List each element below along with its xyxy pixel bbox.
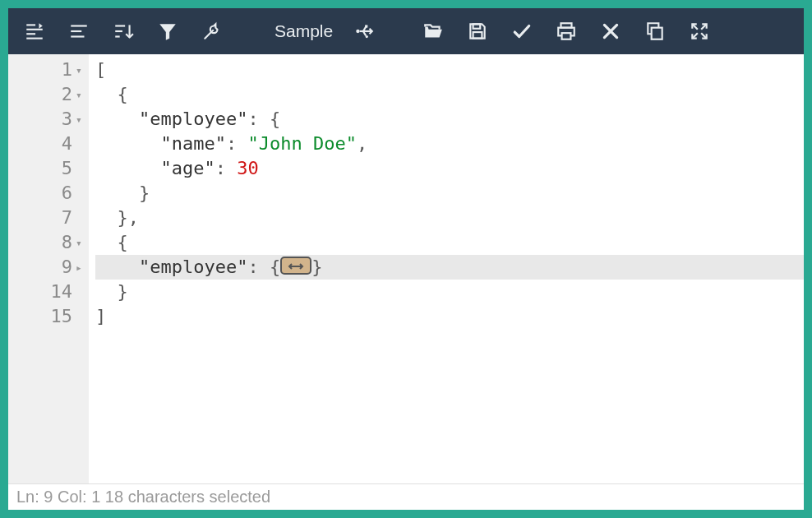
sample-label[interactable]: Sample	[261, 21, 339, 41]
svg-rect-15	[365, 25, 367, 27]
copy-icon[interactable]	[635, 12, 675, 51]
expand-icon[interactable]	[680, 12, 719, 51]
align-left-icon[interactable]	[59, 12, 99, 51]
fold-toggle[interactable]	[74, 157, 84, 182]
code-line[interactable]: "age": 30	[95, 156, 804, 181]
code-line[interactable]: ]	[95, 304, 804, 329]
line-number[interactable]: 7	[8, 206, 89, 230]
check-icon[interactable]	[502, 12, 542, 51]
svg-point-17	[366, 35, 368, 38]
code-line[interactable]: {	[95, 82, 804, 107]
line-number[interactable]: 3▾	[8, 107, 89, 132]
print-icon[interactable]	[547, 12, 586, 51]
fold-toggle[interactable]	[74, 182, 84, 206]
usb-icon[interactable]	[344, 12, 384, 51]
code-line[interactable]: {	[95, 230, 804, 255]
fold-toggle[interactable]	[74, 206, 84, 231]
code-line[interactable]: "employee": {	[95, 107, 804, 132]
code-line[interactable]: }	[95, 280, 804, 304]
line-number[interactable]: 15	[8, 304, 89, 329]
svg-point-12	[356, 30, 359, 33]
fold-marker[interactable]	[280, 257, 311, 275]
folder-open-icon[interactable]	[413, 12, 453, 51]
fold-toggle[interactable]: ▾	[74, 231, 84, 256]
line-number[interactable]: 1▾	[8, 58, 89, 82]
line-number[interactable]: 5	[8, 156, 89, 181]
fold-toggle[interactable]	[74, 305, 84, 330]
line-number[interactable]: 6	[8, 181, 89, 206]
line-number[interactable]: 9▸	[8, 255, 89, 280]
line-number[interactable]: 14	[8, 280, 89, 304]
wrench-icon[interactable]	[192, 12, 232, 51]
code-area[interactable]: [ { "employee": { "name": "John Doe", "a…	[89, 54, 804, 483]
fold-toggle[interactable]: ▾	[74, 108, 84, 132]
gutter: 1▾2▾3▾4 5 6 7 8▾9▸14 15	[8, 54, 89, 483]
svg-marker-11	[159, 24, 176, 40]
json-editor-app: Sample 1▾2▾3▾4 5 6 7 8▾9▸14 15 [ { "emp	[8, 8, 804, 510]
svg-rect-22	[562, 33, 571, 39]
line-number[interactable]: 2▾	[8, 82, 89, 107]
code-line[interactable]: }	[95, 181, 804, 206]
line-number[interactable]: 8▾	[8, 230, 89, 255]
fold-toggle[interactable]	[74, 280, 84, 305]
code-line[interactable]: },	[95, 206, 804, 230]
code-line[interactable]: "employee": {}	[95, 255, 804, 280]
svg-rect-18	[473, 24, 481, 28]
filter-icon[interactable]	[148, 12, 187, 51]
save-icon[interactable]	[458, 12, 497, 51]
toolbar: Sample	[8, 8, 804, 54]
fold-toggle[interactable]	[74, 132, 84, 157]
status-bar: Ln: 9 Col: 1 18 characters selected	[8, 483, 804, 510]
fold-toggle[interactable]: ▾	[74, 58, 84, 83]
editor[interactable]: 1▾2▾3▾4 5 6 7 8▾9▸14 15 [ { "employee": …	[8, 54, 804, 483]
indent-right-icon[interactable]	[15, 12, 54, 51]
line-number[interactable]: 4	[8, 132, 89, 156]
code-line[interactable]: "name": "John Doe",	[95, 132, 804, 156]
fold-toggle[interactable]: ▾	[74, 83, 84, 108]
sort-icon[interactable]	[104, 12, 143, 51]
fold-toggle[interactable]: ▸	[74, 256, 84, 280]
status-text: Ln: 9 Col: 1 18 characters selected	[16, 488, 270, 506]
svg-rect-19	[473, 32, 482, 39]
code-line[interactable]: [	[95, 58, 804, 82]
svg-rect-25	[652, 28, 662, 39]
close-icon[interactable]	[591, 12, 630, 51]
